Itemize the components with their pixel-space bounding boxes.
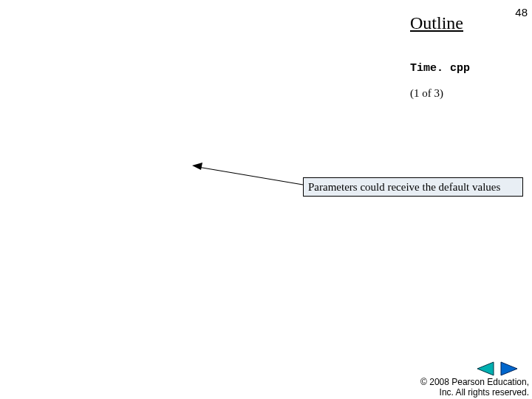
copyright: © 2008 Pearson Education, Inc. All right… <box>420 377 529 398</box>
nav-controls <box>474 361 520 377</box>
outline-heading: Outline <box>410 13 463 33</box>
copyright-line-2: Inc. All rights reserved. <box>420 387 529 398</box>
page-of-pages: (1 of 3) <box>410 87 443 100</box>
svg-marker-1 <box>192 163 202 170</box>
svg-line-0 <box>198 167 303 185</box>
annotation-callout: Parameters could receive the default val… <box>303 177 523 197</box>
copyright-line-1: © 2008 Pearson Education, <box>420 377 529 387</box>
svg-marker-3 <box>501 362 517 375</box>
triangle-right-icon <box>499 361 520 377</box>
next-button[interactable] <box>499 361 520 377</box>
page-number: 48 <box>515 6 528 18</box>
source-filename: Time. cpp <box>410 62 470 75</box>
prev-button[interactable] <box>474 361 495 377</box>
triangle-left-icon <box>474 361 495 377</box>
annotation-arrow <box>192 161 310 188</box>
svg-marker-2 <box>477 362 494 375</box>
